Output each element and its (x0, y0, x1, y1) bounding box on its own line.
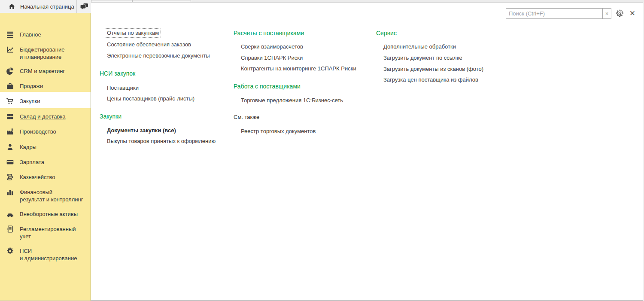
sidebar-item-finrezultat[interactable]: Финансовый результат и контроллинг (0, 189, 91, 203)
sidebar-item-label: НСИ и администрирование (20, 247, 91, 262)
link-zagruzka-tsen-postavshchika[interactable]: Загрузка цен поставщика из файлов (383, 76, 478, 83)
link-reestr-torgovyh-dokumentov[interactable]: Реестр торговых документов (241, 128, 316, 135)
money-card-icon (6, 158, 14, 166)
link-kontragenty-monitoring[interactable]: Контрагенты на мониторинге 1СПАРК Риски (241, 65, 356, 72)
planning-chart-icon (6, 46, 14, 54)
group-header-nsi-zakupok: НСИ закупок (100, 70, 135, 77)
sidebar-item-label: Внеоборотные активы (20, 210, 91, 218)
close-x-icon: × (630, 8, 635, 19)
chat-icon (80, 3, 89, 11)
link-zagruzit-dokument-po-ssylke[interactable]: Загрузить документ по ссылке (383, 54, 462, 61)
top-bar: Начальная страница (0, 0, 91, 13)
link-dopolnitelnye-obrabotki[interactable]: Дополнительные обработки (383, 43, 456, 50)
sidebar-item-label: Казначейство (20, 173, 91, 181)
close-panel-button[interactable]: × (627, 8, 638, 19)
sidebar-item-zarplata[interactable]: Зарплата (0, 158, 91, 166)
sidebar-item-label: Закупки (20, 97, 91, 105)
group-header-servis: Сервис (376, 29, 397, 37)
settings-button[interactable] (614, 8, 625, 19)
gear-icon (6, 247, 14, 255)
factory-icon (6, 128, 14, 136)
warehouse-grid-icon (6, 112, 14, 121)
search-input[interactable] (506, 8, 603, 19)
sidebar-item-proizvodstvo[interactable]: Производство (0, 128, 91, 135)
background-tab-top (132, 0, 191, 2)
link-torgovye-predlozheniya[interactable]: Торговые предложения 1С:Бизнес-сеть (241, 97, 343, 104)
sidebar-item-label: Кадры (20, 143, 91, 151)
link-elektronnye-perevozochnye[interactable]: Электронные перевозочные документы (107, 52, 210, 59)
sidebar-item-label: Финансовый результат и контроллинг (20, 189, 91, 203)
sidebar-item-glavnoe[interactable]: Главное (0, 31, 91, 38)
car-icon (6, 210, 14, 218)
gear-icon (616, 9, 624, 18)
group-header-rabota: Работа с поставщиками (234, 82, 301, 90)
link-sostoyanie-obespecheniya[interactable]: Состояние обеспечения заказов (107, 41, 191, 48)
sidebar-item-vneoborotnye[interactable]: Внеоборотные активы (0, 210, 91, 218)
sidebar-item-prodazhi[interactable]: Продажи (0, 82, 91, 90)
sidebar-item-byudzhetirovanie[interactable]: Бюджетирование и планирование (0, 46, 91, 61)
sidebar-item-zakupki[interactable]: Закупки (0, 97, 91, 105)
cart-icon (6, 97, 14, 105)
sidebar-item-label: Регламентированный учет (20, 225, 91, 240)
link-zagruzit-dokumenty-iz-skanov[interactable]: Загрузить документы из сканов (фото) (383, 65, 483, 73)
tab-home-label: Начальная страница (20, 3, 74, 10)
sections-sidebar: Главное Бюджетирование и планирование CR… (0, 13, 91, 301)
ledger-icon (6, 225, 14, 233)
home-icon (8, 3, 15, 10)
discussions-button[interactable] (77, 0, 91, 13)
link-spravki-1spark[interactable]: Справки 1СПАРК Риски (241, 54, 303, 61)
group-header-zakupki: Закупки (100, 112, 122, 120)
coins-icon (6, 173, 14, 181)
sidebar-item-label: CRM и маркетинг (20, 67, 91, 75)
tab-separator (76, 0, 77, 13)
sidebar-item-sklad[interactable]: Склад и доставка (0, 113, 91, 120)
sidebar-item-nsi-admin[interactable]: НСИ и администрирование (0, 247, 91, 262)
sidebar-item-crm[interactable]: CRM и маркетинг (0, 67, 91, 75)
clear-x-icon: × (605, 10, 609, 17)
briefcase-icon (6, 82, 14, 90)
tab-home-page[interactable]: Начальная страница (0, 0, 76, 13)
sidebar-item-label: Зарплата (20, 158, 91, 166)
sidebar-item-kaznacheystvo[interactable]: Казначейство (0, 173, 91, 181)
group-header-see-also: См. также (234, 113, 259, 121)
link-sverki-vzaimoraschetov[interactable]: Сверки взаиморасчетов (241, 43, 303, 50)
person-icon (6, 143, 14, 151)
menu-icon (6, 30, 14, 39)
link-dokumenty-zakupki[interactable]: Документы закупки (все) (107, 127, 176, 134)
sidebar-item-label: Главное (20, 31, 91, 38)
pie-chart-icon (6, 67, 14, 75)
link-vykupy-tovarov[interactable]: Выкупы товаров принятых к оформлению (107, 137, 216, 145)
bar-chart-icon (6, 188, 14, 196)
sidebar-item-label: Продажи (20, 82, 91, 90)
sidebar-item-label: Склад и доставка (20, 113, 91, 120)
link-tseny-postavshchikov[interactable]: Цены поставщиков (прайс-листы) (107, 95, 194, 102)
sidebar-item-reglament[interactable]: Регламентированный учет (0, 225, 91, 240)
group-header-raschety: Расчеты с поставщиками (234, 29, 304, 37)
sidebar-item-kadry[interactable]: Кадры (0, 143, 91, 151)
sidebar-item-label: Производство (20, 128, 91, 135)
search-clear-button[interactable]: × (602, 8, 611, 19)
background-tab-top (91, 0, 132, 2)
link-postavshchiki[interactable]: Поставщики (107, 84, 139, 91)
link-otchety-po-zakupkam[interactable]: Отчеты по закупкам (105, 28, 161, 38)
sidebar-item-label: Бюджетирование и планирование (20, 46, 91, 61)
